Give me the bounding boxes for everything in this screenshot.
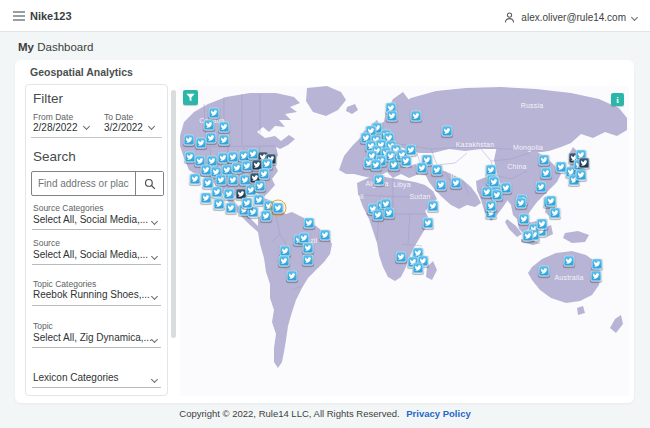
map-marker-twitter-icon[interactable] bbox=[184, 135, 195, 146]
chevron-down-icon bbox=[151, 218, 158, 225]
map-marker-twitter-icon[interactable] bbox=[541, 168, 552, 179]
search-input[interactable] bbox=[32, 172, 135, 195]
map-marker-twitter-icon[interactable] bbox=[389, 160, 400, 171]
map-marker-twitter-icon[interactable] bbox=[373, 210, 384, 221]
topic-select[interactable]: Select All, Zig Dynamica,... bbox=[33, 332, 152, 343]
user-menu[interactable]: alex.oliver@rule14.com bbox=[503, 8, 637, 26]
breadcrumb[interactable]: My Dashboard bbox=[18, 41, 93, 53]
map-filter-button[interactable] bbox=[183, 90, 198, 105]
divider bbox=[32, 305, 161, 306]
map-marker-twitter-icon[interactable] bbox=[550, 208, 561, 219]
map-info-button[interactable]: i bbox=[611, 93, 624, 106]
filter-heading: Filter bbox=[33, 91, 63, 106]
map-marker-twitter-icon[interactable] bbox=[219, 122, 230, 133]
map-marker-twitter-icon[interactable] bbox=[224, 189, 235, 200]
map-marker-twitter-icon[interactable] bbox=[564, 256, 575, 267]
top-header: Nike123 alex.oliver@rule14.com bbox=[0, 0, 650, 32]
info-icon: i bbox=[616, 95, 619, 105]
map-marker-twitter-icon[interactable] bbox=[436, 180, 447, 191]
map-marker-twitter-icon[interactable] bbox=[212, 187, 223, 198]
map-marker-twitter-icon[interactable] bbox=[492, 190, 503, 201]
filter-panel: Filter From Date To Date 2/28/2022 3/2/2… bbox=[25, 84, 168, 396]
divider bbox=[32, 387, 161, 388]
map-marker-twitter-icon[interactable] bbox=[576, 170, 587, 181]
topic-categories-label: Topic Categories bbox=[33, 279, 96, 289]
user-email: alex.oliver@rule14.com bbox=[521, 12, 626, 23]
map-marker-twitter-icon[interactable] bbox=[591, 271, 602, 282]
to-date-select[interactable]: 3/2/2022 bbox=[104, 122, 154, 133]
map-marker-twitter-icon[interactable] bbox=[279, 256, 290, 267]
map-marker-twitter-icon[interactable] bbox=[196, 138, 207, 149]
from-date-select[interactable]: 2/28/2022 bbox=[33, 122, 89, 133]
topic-label: Topic bbox=[33, 321, 53, 331]
map-marker-twitter-icon[interactable] bbox=[486, 201, 497, 212]
map-marker-twitter-icon[interactable] bbox=[539, 266, 550, 277]
map-marker-twitter-icon[interactable] bbox=[304, 218, 315, 229]
map-marker-twitter-icon[interactable] bbox=[259, 169, 270, 180]
breadcrumb-bold: My bbox=[18, 41, 34, 53]
map-marker-twitter-icon[interactable] bbox=[413, 263, 424, 274]
map-marker-twitter-icon[interactable] bbox=[255, 181, 266, 192]
divider bbox=[32, 264, 161, 265]
topic-categories-select[interactable]: Reebok Running Shoes,... bbox=[33, 289, 150, 300]
map-marker-twitter-icon[interactable] bbox=[536, 182, 547, 193]
chevron-down-icon bbox=[148, 123, 155, 130]
map-marker-twitter-icon[interactable] bbox=[190, 174, 201, 185]
map-marker-twitter-icon[interactable] bbox=[516, 198, 527, 209]
menu-icon[interactable] bbox=[13, 11, 25, 21]
map-marker-twitter-icon[interactable] bbox=[206, 133, 217, 144]
map-marker-twitter-icon[interactable] bbox=[579, 158, 590, 169]
map-marker-twitter-icon[interactable] bbox=[273, 203, 284, 214]
search-heading: Search bbox=[33, 149, 76, 164]
map-marker-twitter-icon[interactable] bbox=[204, 120, 215, 131]
map-marker-twitter-icon[interactable] bbox=[442, 126, 453, 137]
map-marker-twitter-icon[interactable] bbox=[423, 218, 434, 229]
map-marker-twitter-icon[interactable] bbox=[523, 231, 534, 242]
map-marker-twitter-icon[interactable] bbox=[387, 111, 398, 122]
map-marker-twitter-icon[interactable] bbox=[371, 160, 382, 171]
source-categories-select[interactable]: Select All, Social Media,... bbox=[33, 214, 148, 225]
map-marker-twitter-icon[interactable] bbox=[303, 243, 314, 254]
map-marker-twitter-icon[interactable] bbox=[226, 203, 237, 214]
panel-scrollbar[interactable] bbox=[171, 90, 176, 338]
map-marker-twitter-icon[interactable] bbox=[228, 152, 239, 163]
map-marker-twitter-icon[interactable] bbox=[201, 193, 212, 204]
lexicon-categories-select[interactable]: Lexicon Categories bbox=[33, 372, 119, 383]
map-marker-twitter-icon[interactable] bbox=[216, 175, 227, 186]
map-marker-twitter-icon[interactable] bbox=[219, 135, 230, 146]
map-marker-twitter-icon[interactable] bbox=[428, 201, 439, 212]
map-marker-twitter-icon[interactable] bbox=[374, 175, 385, 186]
map-marker-twitter-icon[interactable] bbox=[539, 155, 550, 166]
page-title: Geospatial Analytics bbox=[30, 66, 133, 78]
map-marker-twitter-icon[interactable] bbox=[242, 198, 253, 209]
map-marker-twitter-icon[interactable] bbox=[209, 108, 220, 119]
map-marker-twitter-icon[interactable] bbox=[417, 163, 428, 174]
map-marker-twitter-icon[interactable] bbox=[401, 156, 412, 167]
geospatial-map[interactable]: i CanadaRussiaKazakhstanMongoliaChinaIra… bbox=[180, 86, 629, 396]
copyright-text: Copyright © 2022, Rule14 LLC, All Rights… bbox=[179, 408, 399, 419]
map-marker-twitter-icon[interactable] bbox=[396, 252, 407, 263]
map-marker-twitter-icon[interactable] bbox=[214, 199, 225, 210]
map-marker-twitter-icon[interactable] bbox=[384, 208, 395, 219]
footer: Copyright © 2022, Rule14 LLC, All Rights… bbox=[0, 408, 650, 419]
map-marker-twitter-icon[interactable] bbox=[320, 230, 331, 241]
map-marker-twitter-icon[interactable] bbox=[592, 259, 603, 270]
map-marker-twitter-icon[interactable] bbox=[411, 111, 422, 122]
filter-funnel-icon bbox=[186, 93, 195, 102]
source-select[interactable]: Select All, Social Media,... bbox=[33, 249, 148, 260]
map-marker-twitter-icon[interactable] bbox=[546, 196, 557, 207]
privacy-policy-link[interactable]: Privacy Policy bbox=[406, 408, 470, 419]
map-marker-twitter-icon[interactable] bbox=[519, 214, 530, 225]
map-marker-twitter-icon[interactable] bbox=[261, 211, 272, 222]
map-marker-twitter-icon[interactable] bbox=[537, 219, 548, 230]
search-button[interactable] bbox=[135, 172, 163, 195]
map-marker-twitter-icon[interactable] bbox=[451, 178, 462, 189]
source-label: Source bbox=[33, 238, 60, 248]
map-marker-twitter-icon[interactable] bbox=[432, 165, 443, 176]
divider bbox=[32, 229, 161, 230]
brand-title[interactable]: Nike123 bbox=[30, 10, 72, 22]
map-marker-twitter-icon[interactable] bbox=[287, 271, 298, 282]
map-marker-twitter-icon[interactable] bbox=[303, 255, 314, 266]
map-marker-twitter-icon[interactable] bbox=[228, 175, 239, 186]
map-marker-twitter-icon[interactable] bbox=[406, 145, 417, 156]
